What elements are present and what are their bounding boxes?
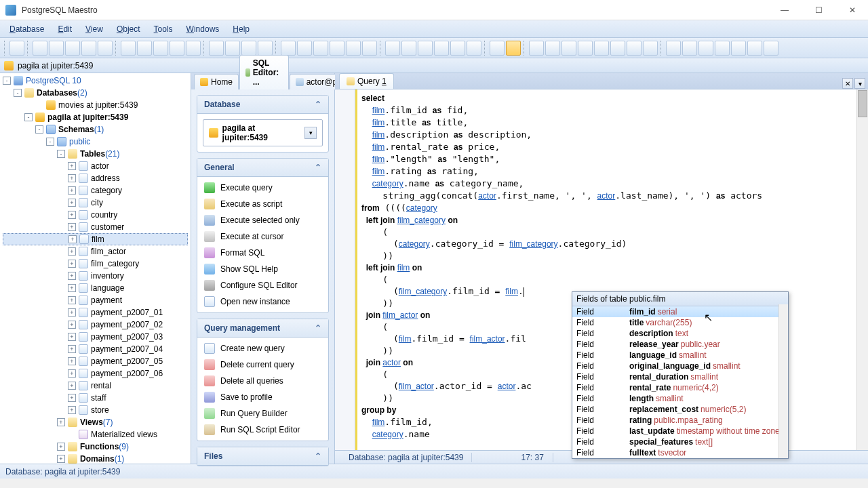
autocomplete-item[interactable]: Fieldfulltexttsvector <box>572 447 788 458</box>
tb-icon[interactable] <box>209 41 224 56</box>
scrollbar-vertical[interactable] <box>856 89 868 450</box>
tree-node[interactable]: +film_actor <box>3 245 188 258</box>
dropdown-icon[interactable]: ▾ <box>304 127 317 139</box>
autocomplete-item[interactable]: Fieldrental_ratenumeric(4,2) <box>572 382 788 393</box>
tb-icon[interactable] <box>98 41 113 56</box>
autocomplete-item[interactable]: Fieldspecial_featurestext[] <box>572 436 788 447</box>
tb-icon[interactable] <box>594 41 609 56</box>
action-item[interactable]: Delete all queries <box>197 373 328 389</box>
tb-icon[interactable] <box>578 41 593 56</box>
tree-node[interactable]: Materialized views <box>3 428 188 441</box>
autocomplete-item[interactable]: Fieldrelease_yearpublic.year <box>572 339 788 350</box>
tree-node[interactable]: +film <box>3 233 188 245</box>
tab-home[interactable]: Home <box>194 74 239 89</box>
tree-node[interactable]: +address <box>3 172 188 184</box>
tb-icon[interactable] <box>225 41 240 56</box>
tree-node[interactable]: +payment_p2007_05 <box>3 355 188 367</box>
tree-node[interactable]: +Views (7) <box>3 416 188 428</box>
tb-icon[interactable] <box>346 41 361 56</box>
tb-icon[interactable] <box>610 41 625 56</box>
editor-tab-query1[interactable]: Query 1 <box>339 73 394 89</box>
tree-node[interactable]: +payment_p2007_01 <box>3 306 188 319</box>
tree-node[interactable]: +city <box>3 197 188 209</box>
action-item[interactable]: Configure SQL Editor <box>197 277 328 293</box>
tree-node[interactable]: +payment <box>3 294 188 306</box>
tb-icon[interactable] <box>747 41 762 56</box>
autocomplete-item[interactable]: Fieldreplacement_costnumeric(5,2) <box>572 404 788 415</box>
maximize-button[interactable]: ☐ <box>808 5 829 15</box>
action-item[interactable]: Execute at cursor <box>197 228 328 245</box>
tb-icon[interactable] <box>561 41 576 56</box>
tb-icon[interactable] <box>682 41 697 56</box>
action-item[interactable]: Execute as script <box>197 196 328 212</box>
tb-icon[interactable] <box>153 41 168 56</box>
tb-icon[interactable] <box>401 41 416 56</box>
tree-node[interactable]: +payment_p2007_04 <box>3 343 188 355</box>
action-item[interactable]: Create new query <box>197 340 328 357</box>
tb-icon[interactable] <box>9 41 24 56</box>
autocomplete-item[interactable]: Fieldtitlevarchar(255) <box>572 317 788 328</box>
autocomplete-item[interactable]: Fielddescriptiontext <box>572 328 788 339</box>
tb-icon[interactable] <box>764 41 778 56</box>
action-item[interactable]: Run SQL Script Editor <box>197 422 328 438</box>
tb-icon[interactable] <box>241 41 256 56</box>
tb-icon[interactable] <box>313 41 328 56</box>
tree-node[interactable]: -Tables (21) <box>3 148 188 160</box>
action-item[interactable]: Execute selected only <box>197 212 328 228</box>
menu-tools[interactable]: Tools <box>147 22 180 37</box>
tree-node[interactable]: +Domains (1) <box>3 453 188 464</box>
tb-icon[interactable] <box>698 41 713 56</box>
tree-node[interactable]: -public <box>3 136 188 148</box>
action-item[interactable]: Save to profile <box>197 389 328 405</box>
autocomplete-item[interactable]: Fieldlanguage_idsmallint <box>572 350 788 361</box>
action-item[interactable]: Show SQL Help <box>197 261 328 277</box>
menu-edit[interactable]: Edit <box>51 22 79 37</box>
tab-dropdown-button[interactable]: ▾ <box>854 78 865 89</box>
tb-icon[interactable] <box>627 41 642 56</box>
tb-icon[interactable] <box>137 41 152 56</box>
menu-windows[interactable]: Windows <box>180 22 226 37</box>
tb-icon[interactable] <box>121 41 136 56</box>
autocomplete-item[interactable]: Fieldlast_updatetimestamp without time z… <box>572 426 788 436</box>
collapse-icon[interactable]: ⌃ <box>315 100 321 109</box>
tb-icon[interactable] <box>297 41 312 56</box>
tb-icon[interactable] <box>450 41 465 56</box>
object-explorer[interactable]: -PostgreSQL 10-Databases (2)movies at ju… <box>0 73 191 464</box>
minimize-button[interactable]: — <box>774 5 795 15</box>
autocomplete-item[interactable]: Fieldfilm_idserial <box>572 306 788 317</box>
tree-node[interactable]: +payment_p2007_03 <box>3 331 188 343</box>
tree-node[interactable]: -pagila at jupiter:5439 <box>3 111 188 123</box>
tree-node[interactable]: +staff <box>3 392 188 404</box>
tree-node[interactable]: +actor <box>3 160 188 172</box>
tree-node[interactable]: +film_category <box>3 258 188 270</box>
tb-icon[interactable] <box>545 41 560 56</box>
tb-icon[interactable] <box>186 41 201 56</box>
autocomplete-item[interactable]: Fieldlengthsmallint <box>572 393 788 404</box>
tree-node[interactable]: +Functions (9) <box>3 441 188 453</box>
tree-node[interactable]: -PostgreSQL 10 <box>3 75 188 87</box>
tb-icon[interactable] <box>49 41 64 56</box>
tb-icon[interactable] <box>731 41 746 56</box>
autocomplete-item[interactable]: Fieldratingpublic.mpaa_rating <box>572 415 788 426</box>
action-item[interactable]: Run Query Builder <box>197 405 328 422</box>
autocomplete-item[interactable]: Fieldrental_durationsmallint <box>572 371 788 382</box>
close-button[interactable]: ✕ <box>842 5 863 15</box>
action-item[interactable]: Execute query <box>197 180 328 196</box>
tree-node[interactable]: +inventory <box>3 270 188 282</box>
tb-icon[interactable] <box>362 41 377 56</box>
tb-icon[interactable] <box>506 41 521 56</box>
tab-close-button[interactable]: ✕ <box>842 78 853 89</box>
tb-icon[interactable] <box>33 41 47 56</box>
tree-node[interactable]: +country <box>3 209 188 221</box>
tree-node[interactable]: +customer <box>3 221 188 233</box>
tree-node[interactable]: +language <box>3 282 188 294</box>
tb-icon[interactable] <box>529 41 544 56</box>
tb-icon[interactable] <box>65 41 80 56</box>
tb-icon[interactable] <box>418 41 433 56</box>
action-item[interactable]: Format SQL <box>197 245 328 261</box>
menu-object[interactable]: Object <box>110 22 147 37</box>
tree-node[interactable]: +store <box>3 404 188 416</box>
tb-icon[interactable] <box>467 41 481 56</box>
database-select[interactable]: pagila at jupiter:5439 ▾ <box>203 119 323 146</box>
autocomplete-popup[interactable]: Fields of table public.film Fieldfilm_id… <box>572 291 789 459</box>
